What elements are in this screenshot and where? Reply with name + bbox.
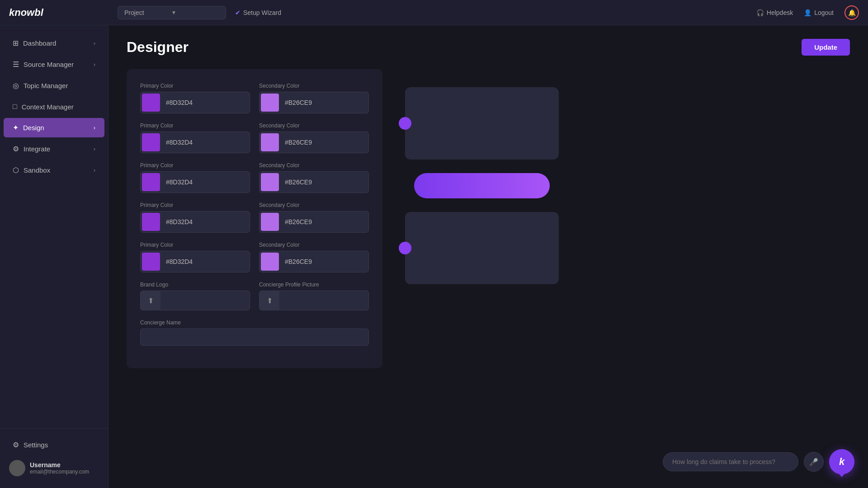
- design-icon: ✦: [13, 123, 19, 132]
- secondary-color-input-wrap-4[interactable]: [259, 211, 369, 233]
- brand-logo-upload[interactable]: ⬆: [140, 291, 250, 310]
- primary-color-input-1[interactable]: [161, 95, 250, 110]
- sidebar-item-label: Topic Manager: [24, 82, 68, 89]
- secondary-color-swatch-3[interactable]: [261, 173, 279, 191]
- project-label: Project: [124, 9, 144, 16]
- primary-color-input-2[interactable]: [161, 135, 250, 150]
- notifications-button[interactable]: 🔔: [844, 5, 859, 20]
- sidebar-item-label: Source Manager: [24, 61, 74, 68]
- primary-color-input-3[interactable]: [161, 175, 250, 189]
- secondary-color-swatch-2[interactable]: [261, 133, 279, 151]
- update-button[interactable]: Update: [802, 39, 850, 56]
- chevron-right-icon: ›: [94, 145, 95, 152]
- primary-color-field-1: Primary Color: [140, 83, 250, 113]
- avatar: [9, 460, 25, 476]
- sidebar: ⊞ Dashboard › ☰ Source Manager › ◎ Topic…: [0, 25, 108, 488]
- bell-icon: 🔔: [848, 9, 856, 16]
- concierge-pic-upload[interactable]: ⬆: [259, 291, 369, 310]
- secondary-color-input-3[interactable]: [280, 175, 368, 189]
- primary-color-swatch-5[interactable]: [142, 253, 160, 271]
- chevron-right-icon: ›: [94, 61, 95, 68]
- secondary-color-input-wrap-3[interactable]: [259, 171, 369, 193]
- sidebar-item-settings[interactable]: ⚙ Settings: [4, 435, 104, 455]
- preview-widget-bottom: [405, 212, 559, 284]
- secondary-color-label-5: Secondary Color: [259, 242, 369, 248]
- chat-k-button[interactable]: k: [829, 449, 854, 474]
- sidebar-item-dashboard[interactable]: ⊞ Dashboard ›: [4, 33, 104, 53]
- dashboard-icon: ⊞: [13, 39, 19, 47]
- secondary-color-input-5[interactable]: [280, 254, 368, 269]
- color-row-5: Primary Color Secondary Color: [140, 242, 369, 272]
- preview-card-top: [405, 87, 559, 160]
- sandbox-icon: ⬡: [13, 166, 19, 174]
- helpdesk-link[interactable]: 🎧 Helpdesk: [756, 9, 793, 16]
- secondary-color-input-wrap-1[interactable]: [259, 92, 369, 113]
- secondary-color-field-3: Secondary Color: [259, 162, 369, 193]
- color-row-4: Primary Color Secondary Color: [140, 202, 369, 233]
- primary-color-swatch-1[interactable]: [142, 94, 160, 112]
- primary-color-label-1: Primary Color: [140, 83, 250, 89]
- secondary-color-field-4: Secondary Color: [259, 202, 369, 233]
- integrate-icon: ⚙: [13, 145, 19, 153]
- chevron-right-icon: ›: [94, 40, 95, 47]
- user-email: email@thecompany.com: [30, 469, 89, 475]
- preview-purple-bar: [414, 173, 550, 198]
- sidebar-item-topic-manager[interactable]: ◎ Topic Manager: [4, 76, 104, 95]
- sidebar-item-sandbox[interactable]: ⬡ Sandbox ›: [4, 160, 104, 180]
- preview-dot-top: [399, 117, 411, 130]
- secondary-color-field-2: Secondary Color: [259, 122, 369, 153]
- sidebar-item-design[interactable]: ✦ Design ›: [4, 118, 104, 137]
- project-selector[interactable]: Project ▼: [118, 6, 226, 19]
- primary-color-swatch-4[interactable]: [142, 213, 160, 231]
- main-layout: ⊞ Dashboard › ☰ Source Manager › ◎ Topic…: [0, 25, 868, 488]
- primary-color-field-5: Primary Color: [140, 242, 250, 272]
- chevron-right-icon: ›: [94, 167, 95, 174]
- page-title: Designer: [127, 39, 189, 56]
- secondary-color-input-2[interactable]: [280, 135, 368, 150]
- upload-row: Brand Logo ⬆ Concierge Profile Picture ⬆: [140, 282, 369, 310]
- mic-button[interactable]: 🎤: [804, 452, 824, 472]
- setup-wizard-label: Setup Wizard: [243, 9, 281, 16]
- concierge-name-input[interactable]: [140, 328, 369, 346]
- chevron-right-icon: ›: [94, 124, 95, 131]
- sidebar-item-integrate[interactable]: ⚙ Integrate ›: [4, 139, 104, 159]
- sidebar-item-label: Dashboard: [23, 39, 56, 47]
- primary-color-input-wrap-5[interactable]: [140, 251, 250, 272]
- upload-icon-2: ⬆: [259, 291, 279, 310]
- secondary-color-field-5: Secondary Color: [259, 242, 369, 272]
- primary-color-input-4[interactable]: [161, 215, 250, 229]
- sidebar-item-label: Context Manager: [22, 103, 74, 111]
- secondary-color-swatch-5[interactable]: [261, 253, 279, 271]
- secondary-color-label-4: Secondary Color: [259, 202, 369, 208]
- primary-color-input-wrap-2[interactable]: [140, 131, 250, 153]
- concierge-name-field: Concierge Name: [140, 319, 369, 346]
- primary-color-swatch-3[interactable]: [142, 173, 160, 191]
- primary-color-input-wrap-4[interactable]: [140, 211, 250, 233]
- secondary-color-input-wrap-5[interactable]: [259, 251, 369, 272]
- secondary-color-swatch-1[interactable]: [261, 94, 279, 112]
- secondary-color-input-4[interactable]: [280, 215, 368, 229]
- secondary-color-swatch-4[interactable]: [261, 213, 279, 231]
- secondary-color-label-1: Secondary Color: [259, 83, 369, 89]
- preview-dot-bottom: [399, 242, 411, 254]
- sidebar-item-source-manager[interactable]: ☰ Source Manager ›: [4, 55, 104, 74]
- preview-card-bottom: [405, 212, 559, 284]
- secondary-color-input-wrap-2[interactable]: [259, 131, 369, 153]
- user-details: Username email@thecompany.com: [30, 461, 89, 475]
- primary-color-swatch-2[interactable]: [142, 133, 160, 151]
- settings-label: Settings: [24, 441, 48, 449]
- sidebar-item-context-manager[interactable]: □ Context Manager: [4, 97, 104, 116]
- logout-icon: 👤: [804, 9, 811, 16]
- primary-color-input-wrap-1[interactable]: [140, 92, 250, 113]
- brand-logo-label: Brand Logo: [140, 282, 250, 288]
- chat-input[interactable]: [663, 452, 798, 471]
- secondary-color-input-1[interactable]: [280, 95, 368, 110]
- primary-color-input-wrap-3[interactable]: [140, 171, 250, 193]
- primary-color-input-5[interactable]: [161, 254, 250, 269]
- logout-label: Logout: [814, 9, 834, 16]
- designer-form: Primary Color Secondary Color: [127, 69, 382, 368]
- setup-wizard-link[interactable]: ✔ Setup Wizard: [235, 9, 281, 16]
- logout-link[interactable]: 👤 Logout: [804, 9, 834, 16]
- context-manager-icon: □: [13, 103, 17, 111]
- preview-widget-top: [405, 87, 559, 160]
